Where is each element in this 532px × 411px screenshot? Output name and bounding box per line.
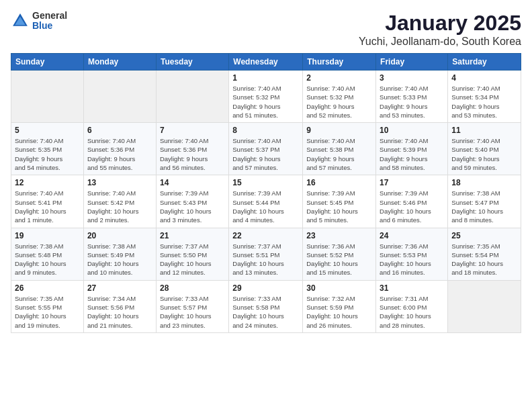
day-detail: Sunrise: 7:33 AM Sunset: 5:57 PM Dayligh…: [160, 294, 225, 330]
day-detail: Sunrise: 7:35 AM Sunset: 5:54 PM Dayligh…: [451, 242, 517, 277]
day-detail: Sunrise: 7:37 AM Sunset: 5:51 PM Dayligh…: [232, 242, 299, 277]
calendar-cell: 12Sunrise: 7:40 AM Sunset: 5:41 PM Dayli…: [11, 175, 84, 228]
day-number: 26: [15, 283, 80, 293]
day-header-tuesday: Tuesday: [156, 54, 228, 71]
day-number: 31: [380, 283, 444, 293]
calendar-cell: 30Sunrise: 7:32 AM Sunset: 5:59 PM Dayli…: [303, 280, 376, 332]
day-detail: Sunrise: 7:31 AM Sunset: 6:00 PM Dayligh…: [380, 294, 444, 330]
day-number: 22: [232, 231, 299, 240]
day-number: 17: [380, 178, 444, 187]
day-detail: Sunrise: 7:39 AM Sunset: 5:45 PM Dayligh…: [306, 189, 372, 224]
day-detail: Sunrise: 7:40 AM Sunset: 5:36 PM Dayligh…: [160, 136, 225, 172]
calendar-cell: 7Sunrise: 7:40 AM Sunset: 5:36 PM Daylig…: [156, 123, 228, 175]
day-detail: Sunrise: 7:37 AM Sunset: 5:50 PM Dayligh…: [160, 242, 225, 277]
calendar-cell: 10Sunrise: 7:40 AM Sunset: 5:39 PM Dayli…: [376, 123, 448, 175]
calendar-cell: 11Sunrise: 7:40 AM Sunset: 5:40 PM Dayli…: [448, 123, 521, 175]
calendar-title: January 2025: [359, 11, 521, 36]
day-header-thursday: Thursday: [303, 54, 376, 71]
calendar-cell: [156, 71, 228, 123]
day-number: 10: [380, 126, 444, 135]
calendar-cell: 8Sunrise: 7:40 AM Sunset: 5:37 PM Daylig…: [229, 123, 303, 175]
calendar-cell: [448, 280, 521, 332]
day-header-monday: Monday: [83, 54, 156, 71]
day-detail: Sunrise: 7:40 AM Sunset: 5:39 PM Dayligh…: [380, 136, 444, 172]
day-header-wednesday: Wednesday: [229, 54, 303, 71]
day-number: 13: [87, 178, 152, 187]
day-number: 14: [160, 178, 225, 187]
day-number: 4: [451, 73, 517, 83]
day-detail: Sunrise: 7:38 AM Sunset: 5:49 PM Dayligh…: [87, 242, 152, 277]
day-number: 11: [451, 126, 517, 135]
calendar-cell: 20Sunrise: 7:38 AM Sunset: 5:49 PM Dayli…: [83, 228, 156, 280]
calendar-cell: [83, 71, 156, 123]
day-detail: Sunrise: 7:34 AM Sunset: 5:56 PM Dayligh…: [87, 294, 152, 330]
calendar-cell: 21Sunrise: 7:37 AM Sunset: 5:50 PM Dayli…: [156, 228, 228, 280]
day-number: 28: [160, 283, 225, 293]
day-detail: Sunrise: 7:33 AM Sunset: 5:58 PM Dayligh…: [232, 294, 299, 330]
calendar-subtitle: Yuchi, Jeollanam-do, South Korea: [359, 36, 521, 48]
calendar-cell: 27Sunrise: 7:34 AM Sunset: 5:56 PM Dayli…: [83, 280, 156, 332]
day-detail: Sunrise: 7:36 AM Sunset: 5:52 PM Dayligh…: [306, 242, 372, 277]
calendar-cell: 5Sunrise: 7:40 AM Sunset: 5:35 PM Daylig…: [11, 123, 84, 175]
page-header: General Blue January 2025 Yuchi, Jeollan…: [11, 11, 521, 48]
day-number: 5: [15, 126, 80, 135]
day-detail: Sunrise: 7:40 AM Sunset: 5:42 PM Dayligh…: [87, 189, 152, 224]
day-detail: Sunrise: 7:35 AM Sunset: 5:55 PM Dayligh…: [15, 294, 80, 330]
day-number: 25: [451, 231, 517, 240]
day-detail: Sunrise: 7:38 AM Sunset: 5:47 PM Dayligh…: [451, 189, 517, 224]
day-number: 30: [306, 283, 372, 293]
calendar-week-row: 19Sunrise: 7:38 AM Sunset: 5:48 PM Dayli…: [11, 228, 521, 280]
day-number: 9: [306, 126, 372, 135]
calendar-cell: 1Sunrise: 7:40 AM Sunset: 5:32 PM Daylig…: [229, 71, 303, 123]
calendar-cell: 6Sunrise: 7:40 AM Sunset: 5:36 PM Daylig…: [83, 123, 156, 175]
day-number: 19: [15, 231, 80, 240]
day-number: 24: [380, 231, 444, 240]
day-number: 18: [451, 178, 517, 187]
day-detail: Sunrise: 7:40 AM Sunset: 5:34 PM Dayligh…: [451, 84, 517, 120]
day-detail: Sunrise: 7:40 AM Sunset: 5:33 PM Dayligh…: [380, 84, 444, 120]
calendar-header-row: SundayMondayTuesdayWednesdayThursdayFrid…: [11, 54, 521, 71]
day-number: 3: [380, 73, 444, 83]
logo-text: General Blue: [32, 11, 67, 32]
calendar-cell: 3Sunrise: 7:40 AM Sunset: 5:33 PM Daylig…: [376, 71, 448, 123]
calendar-cell: 16Sunrise: 7:39 AM Sunset: 5:45 PM Dayli…: [303, 175, 376, 228]
day-detail: Sunrise: 7:40 AM Sunset: 5:41 PM Dayligh…: [15, 189, 80, 224]
calendar-cell: 9Sunrise: 7:40 AM Sunset: 5:38 PM Daylig…: [303, 123, 376, 175]
day-number: 15: [232, 178, 299, 187]
calendar-cell: 2Sunrise: 7:40 AM Sunset: 5:32 PM Daylig…: [303, 71, 376, 123]
day-detail: Sunrise: 7:39 AM Sunset: 5:46 PM Dayligh…: [380, 189, 444, 224]
day-detail: Sunrise: 7:40 AM Sunset: 5:37 PM Dayligh…: [232, 136, 299, 172]
calendar-cell: 31Sunrise: 7:31 AM Sunset: 6:00 PM Dayli…: [376, 280, 448, 332]
calendar-cell: 18Sunrise: 7:38 AM Sunset: 5:47 PM Dayli…: [448, 175, 521, 228]
day-detail: Sunrise: 7:39 AM Sunset: 5:43 PM Dayligh…: [160, 189, 225, 224]
calendar-cell: 17Sunrise: 7:39 AM Sunset: 5:46 PM Dayli…: [376, 175, 448, 228]
day-header-saturday: Saturday: [448, 54, 521, 71]
day-detail: Sunrise: 7:40 AM Sunset: 5:32 PM Dayligh…: [232, 84, 299, 120]
calendar-cell: 24Sunrise: 7:36 AM Sunset: 5:53 PM Dayli…: [376, 228, 448, 280]
calendar-week-row: 12Sunrise: 7:40 AM Sunset: 5:41 PM Dayli…: [11, 175, 521, 228]
calendar-week-row: 1Sunrise: 7:40 AM Sunset: 5:32 PM Daylig…: [11, 71, 521, 123]
calendar-cell: 23Sunrise: 7:36 AM Sunset: 5:52 PM Dayli…: [303, 228, 376, 280]
calendar-cell: 26Sunrise: 7:35 AM Sunset: 5:55 PM Dayli…: [11, 280, 84, 332]
calendar-cell: [11, 71, 84, 123]
day-detail: Sunrise: 7:38 AM Sunset: 5:48 PM Dayligh…: [15, 242, 80, 277]
day-detail: Sunrise: 7:36 AM Sunset: 5:53 PM Dayligh…: [380, 242, 444, 277]
calendar-cell: 14Sunrise: 7:39 AM Sunset: 5:43 PM Dayli…: [156, 175, 228, 228]
day-detail: Sunrise: 7:40 AM Sunset: 5:32 PM Dayligh…: [306, 84, 372, 120]
day-detail: Sunrise: 7:40 AM Sunset: 5:38 PM Dayligh…: [306, 136, 372, 172]
day-header-friday: Friday: [376, 54, 448, 71]
calendar-week-row: 5Sunrise: 7:40 AM Sunset: 5:35 PM Daylig…: [11, 123, 521, 175]
day-number: 2: [306, 73, 372, 83]
day-detail: Sunrise: 7:39 AM Sunset: 5:44 PM Dayligh…: [232, 189, 299, 224]
day-number: 27: [87, 283, 152, 293]
logo: General Blue: [11, 11, 67, 32]
day-header-sunday: Sunday: [11, 54, 84, 71]
calendar-table: SundayMondayTuesdayWednesdayThursdayFrid…: [11, 53, 521, 333]
day-number: 29: [232, 283, 299, 293]
calendar-week-row: 26Sunrise: 7:35 AM Sunset: 5:55 PM Dayli…: [11, 280, 521, 332]
logo-icon: [11, 11, 30, 30]
day-number: 20: [87, 231, 152, 240]
day-number: 16: [306, 178, 372, 187]
day-number: 8: [232, 126, 299, 135]
calendar-cell: 22Sunrise: 7:37 AM Sunset: 5:51 PM Dayli…: [229, 228, 303, 280]
